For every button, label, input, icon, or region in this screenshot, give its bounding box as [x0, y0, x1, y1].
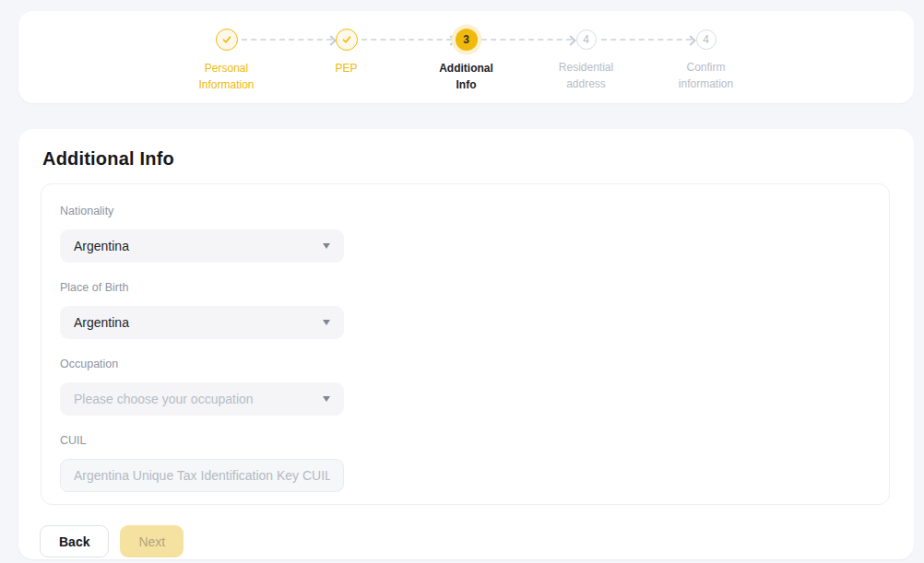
- additional-info-card: Additional Info Nationality Argentina Pl…: [18, 129, 914, 559]
- step-label: Additional Info: [429, 60, 504, 93]
- occupation-label: Occupation: [60, 358, 889, 371]
- step-number-badge: 4: [696, 29, 717, 50]
- place-of-birth-label: Place of Birth: [60, 281, 889, 295]
- cuil-label: CUIL: [60, 434, 889, 448]
- nationality-field-group: Nationality Argentina: [60, 205, 889, 263]
- check-icon: [216, 29, 238, 51]
- back-button[interactable]: Back: [40, 525, 109, 557]
- step-label: Confirm information: [669, 59, 744, 92]
- step-label: PEP: [335, 60, 357, 76]
- chevron-down-icon: [323, 396, 330, 402]
- step-label: Personal Information: [189, 60, 265, 93]
- occupation-select[interactable]: Please choose your occupation: [60, 382, 344, 416]
- place-of-birth-select[interactable]: Argentina: [60, 306, 344, 339]
- step-number-badge: 3: [456, 29, 478, 51]
- form-container: Nationality Argentina Place of Birth Arg…: [41, 183, 890, 505]
- page-title: Additional Info: [42, 148, 174, 170]
- place-of-birth-selected-value: Argentina: [74, 315, 129, 330]
- nationality-select[interactable]: Argentina: [60, 229, 344, 263]
- stepper-step-confirm-information: 4 Confirm information: [646, 29, 766, 93]
- nationality-label: Nationality: [60, 205, 889, 218]
- occupation-field-group: Occupation Please choose your occupation: [60, 358, 889, 416]
- occupation-placeholder: Please choose your occupation: [74, 392, 254, 406]
- stepper-card: Personal Information PEP 3 Additional In…: [18, 11, 914, 103]
- form-actions: Back Next: [40, 525, 184, 557]
- nationality-selected-value: Argentina: [74, 239, 129, 253]
- chevron-down-icon: [323, 243, 330, 249]
- check-icon: [336, 29, 358, 51]
- stepper: Personal Information PEP 3 Additional In…: [18, 11, 914, 93]
- chevron-down-icon: [323, 320, 330, 325]
- step-label: Residential address: [549, 59, 624, 92]
- step-number-badge: 4: [576, 29, 597, 50]
- cuil-input[interactable]: [60, 459, 344, 492]
- place-of-birth-field-group: Place of Birth Argentina: [60, 281, 889, 339]
- next-button[interactable]: Next: [120, 525, 184, 557]
- cuil-field-group: CUIL: [60, 434, 889, 492]
